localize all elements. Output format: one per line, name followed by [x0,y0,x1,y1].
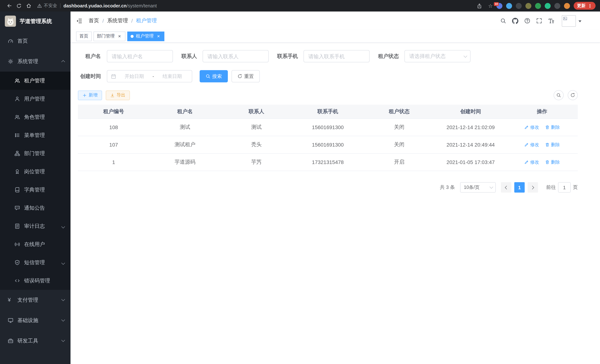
tab-dept[interactable]: 部门管理 × [94,31,125,41]
active-tab-dot [131,35,134,38]
tenant-name-input[interactable] [107,50,173,62]
extension-icon-8[interactable] [564,3,570,9]
edit-link[interactable]: 修改 [524,159,539,165]
search-button[interactable]: 搜索 [200,70,228,82]
help-icon[interactable] [524,18,530,24]
toggle-search-button[interactable] [554,90,564,100]
gear-icon [8,59,13,64]
close-icon[interactable]: × [156,34,161,38]
sidebar-item-sms[interactable]: 短信管理 [0,253,71,272]
add-button[interactable]: 新增 [78,90,102,100]
sidebar-item-tenant[interactable]: 租户管理 [0,72,71,90]
sidebar-fold-icon[interactable] [76,18,82,24]
edit-link[interactable]: 修改 [524,124,539,131]
create-time-label: 创建时间 [78,73,101,80]
tab-tenant[interactable]: 租户管理 × [127,31,164,41]
chevron-left-icon [505,186,508,189]
sidebar-item-label: 错误码管理 [24,277,50,284]
breadcrumb-system[interactable]: 系统管理 [107,18,128,24]
sidebar-item-online-user[interactable]: 在线用户 [0,235,71,253]
date-end-placeholder: 结束日期 [156,73,188,80]
sidebar-item-label: 基础设施 [18,317,38,324]
sidebar-item-post[interactable]: 岗位管理 [0,162,71,181]
page-number-1[interactable]: 1 [514,182,525,193]
security-chip[interactable]: 不安全 [37,3,57,9]
sidebar-item-role[interactable]: 角色管理 [0,108,71,126]
prev-page-button[interactable] [501,182,511,193]
sidebar-item-user[interactable]: 用户管理 [0,90,71,108]
sidebar-item-label: 研发工具 [18,337,38,344]
delete-link[interactable]: 删除 [545,141,560,148]
sidebar-item-home[interactable]: 首页 [0,31,71,51]
sidebar-item-dept[interactable]: 部门管理 [0,144,71,162]
contact-input[interactable] [203,50,269,62]
sms-icon [14,260,20,265]
share-icon[interactable] [475,1,484,10]
user-menu[interactable] [562,15,581,27]
cell-status: 关闭 [364,124,435,131]
extension-icon-6[interactable] [545,3,551,9]
status-placeholder: 请选择租户状态 [409,53,446,60]
sidebar-item-menu[interactable]: 菜单管理 [0,126,71,144]
extension-icon-5[interactable] [535,3,541,9]
sidebar-item-infra[interactable]: 基础设施 [0,310,71,331]
extension-icon-2[interactable] [506,3,512,9]
cell-actions: 修改 删除 [506,124,578,131]
sidebar-item-system[interactable]: 系统管理 [0,51,71,72]
browser-home-icon[interactable] [24,1,33,10]
edit-link[interactable]: 修改 [524,141,539,148]
sidebar-item-dict[interactable]: 字典管理 [0,181,71,199]
reset-button[interactable]: 重置 [232,70,260,82]
sidebar-item-pay[interactable]: ¥ 支付管理 [0,290,71,310]
status-select[interactable]: 请选择租户状态 [404,50,470,62]
phone-input[interactable] [303,50,370,62]
browser-update-button[interactable]: 更新⋮ [574,2,596,10]
refresh-table-button[interactable] [568,90,578,100]
app-logo[interactable]: 芋道管理系统 [0,11,71,31]
screen: 不安全 dashboard.yudao.iocoder.cn/system/te… [0,0,600,364]
delete-link[interactable]: 删除 [545,124,560,131]
goto-page-input[interactable] [558,182,571,193]
filter-create-time: 创建时间 开始日期 - 结束日期 [78,70,192,82]
main-area: 首页 / 系统管理 / 租户管理 [71,11,600,364]
close-icon[interactable]: × [117,34,122,38]
sidebar-item-dev-tool[interactable]: 研发工具 [0,331,71,351]
extension-icon-3[interactable] [516,3,522,9]
sidebar-item-notice[interactable]: 通知公告 [0,199,71,217]
page-size-select[interactable]: 10条/页 [460,182,496,193]
export-button-label: 导出 [116,92,125,98]
date-range-picker[interactable]: 开始日期 - 结束日期 [107,70,192,82]
search-button-label: 搜索 [212,73,222,80]
breadcrumb-home[interactable]: 首页 [89,18,99,24]
dept-tree-icon [14,151,20,156]
extension-icon-1[interactable]: 10 [497,3,502,9]
chevron-down-icon [61,261,65,264]
col-tenant-id: 租户编号 [78,108,149,115]
next-page-button[interactable] [528,182,538,193]
github-icon[interactable] [512,18,518,24]
sidebar-item-audit-log[interactable]: 审计日志 [0,217,71,235]
tab-home[interactable]: 首页 [76,31,92,41]
chevron-down-icon [463,54,467,57]
address-bar[interactable]: 不安全 dashboard.yudao.iocoder.cn/system/te… [37,1,475,10]
url-text: dashboard.yudao.iocoder.cn/system/tenant [64,3,157,8]
dict-icon [14,187,20,193]
chevron-down-icon [61,338,65,342]
extension-icon-7[interactable] [554,3,560,9]
cell-created: 2021-01-05 17:03:47 [435,159,506,165]
extension-icon-4[interactable] [525,3,531,9]
header-search-icon[interactable] [500,18,506,24]
cell-contact: 芋艿 [221,159,292,166]
export-button[interactable]: 导出 [106,90,130,100]
menu-icon [14,132,20,138]
sidebar-item-label: 字典管理 [24,187,45,193]
browser-reload-icon[interactable] [14,1,24,10]
navbar: 首页 / 系统管理 / 租户管理 [71,11,600,30]
delete-link[interactable]: 删除 [545,159,560,165]
font-size-icon[interactable] [548,18,554,24]
bookmark-star-icon[interactable]: ☆ [488,3,493,9]
fullscreen-icon[interactable] [536,18,542,24]
browser-back-icon[interactable] [4,1,14,10]
delete-label: 删除 [551,159,560,165]
sidebar-item-error-code[interactable]: 错误码管理 [0,272,71,290]
